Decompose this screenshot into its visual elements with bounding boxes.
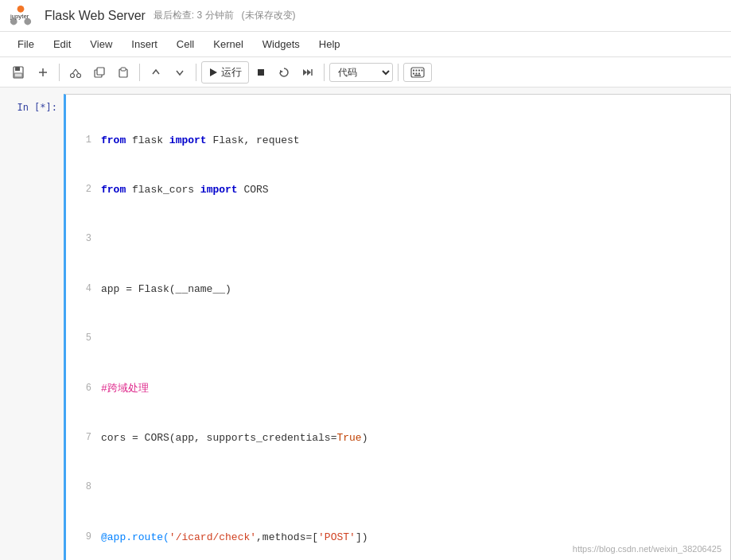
separator-4: [324, 64, 325, 81]
keyboard-icon: [410, 67, 425, 78]
move-up-button[interactable]: [145, 63, 167, 82]
run-icon: [208, 68, 218, 77]
plus-icon: [37, 67, 49, 78]
arrow-down-icon: [174, 67, 185, 78]
svg-marker-21: [307, 69, 311, 76]
svg-rect-24: [413, 69, 414, 71]
svg-point-9: [71, 73, 75, 77]
move-down-button[interactable]: [169, 63, 191, 82]
cell-1-code: 1from flask import Flask, request 2from …: [72, 99, 724, 560]
svg-text:jupyter: jupyter: [10, 12, 29, 19]
keyboard-button[interactable]: [403, 63, 432, 82]
copy-icon: [94, 67, 105, 78]
menu-view[interactable]: View: [82, 35, 120, 53]
copy-button[interactable]: [88, 63, 111, 82]
menu-widgets[interactable]: Widgets: [255, 35, 308, 53]
svg-marker-19: [280, 70, 283, 73]
run-label: 运行: [221, 65, 242, 80]
topbar: jupyter Flask Web Server 最后检查: 3 分钟前 (未保…: [0, 0, 731, 32]
menu-insert[interactable]: Insert: [123, 35, 165, 53]
arrow-up-icon: [150, 67, 161, 78]
svg-point-10: [77, 73, 81, 77]
svg-rect-5: [15, 67, 20, 71]
last-checkpoint: 最后检查: 3 分钟前 (未保存改变): [154, 9, 296, 22]
svg-point-0: [17, 5, 25, 12]
menu-file[interactable]: File: [10, 35, 42, 53]
scissors-icon: [70, 67, 81, 78]
paste-button[interactable]: [112, 63, 134, 82]
svg-marker-20: [303, 69, 307, 76]
svg-rect-28: [413, 72, 414, 74]
svg-rect-18: [258, 69, 264, 76]
stop-icon: [256, 68, 266, 77]
separator-1: [59, 64, 60, 81]
restart-button[interactable]: [273, 63, 295, 82]
jupyter-icon: jupyter: [10, 5, 32, 27]
cell-1: In [*]: 1from flask import Flask, reques…: [0, 94, 731, 560]
restart-icon: [278, 67, 290, 78]
code-line-8: 8: [72, 480, 724, 496]
menu-edit[interactable]: Edit: [45, 35, 79, 53]
jupyter-logo: jupyter: [10, 5, 32, 27]
save-icon: [12, 66, 25, 79]
fast-forward-button[interactable]: [297, 63, 319, 82]
run-button[interactable]: 运行: [201, 61, 249, 84]
cut-button[interactable]: [64, 63, 87, 82]
menu-kernel[interactable]: Kernel: [205, 35, 251, 53]
svg-line-11: [72, 69, 76, 74]
code-line-5: 5: [72, 331, 724, 348]
code-line-4: 4app = Flask(__name__): [72, 282, 724, 298]
svg-rect-27: [422, 69, 423, 71]
svg-rect-31: [414, 75, 421, 76]
cell-1-content[interactable]: 1from flask import Flask, request 2from …: [64, 94, 731, 560]
separator-3: [196, 64, 196, 81]
svg-rect-25: [416, 69, 418, 71]
svg-rect-30: [418, 72, 420, 74]
code-line-3: 3: [72, 231, 724, 248]
paste-icon: [118, 67, 129, 78]
watermark: https://blog.csdn.net/weixin_38206425: [573, 544, 721, 554]
code-line-1: 1from flask import Flask, request: [72, 133, 724, 150]
code-line-7: 7cors = CORS(app, supports_credentials=T…: [72, 430, 724, 447]
menubar: File Edit View Insert Cell Kernel Widget…: [0, 32, 731, 57]
svg-rect-6: [14, 73, 22, 77]
add-cell-button[interactable]: [32, 63, 54, 82]
menu-cell[interactable]: Cell: [169, 35, 202, 53]
save-button[interactable]: [6, 62, 30, 83]
fast-forward-icon: [302, 67, 313, 78]
menu-help[interactable]: Help: [311, 35, 348, 53]
svg-line-12: [76, 69, 79, 74]
notebook: In [*]: 1from flask import Flask, reques…: [0, 88, 731, 560]
toolbar: 运行 代码: [0, 57, 731, 88]
notebook-title: Flask Web Server: [45, 9, 146, 23]
separator-2: [139, 64, 140, 81]
svg-rect-26: [418, 69, 420, 71]
stop-button[interactable]: [251, 64, 271, 81]
code-line-6: 6#跨域处理: [72, 381, 724, 398]
cell-type-select[interactable]: 代码: [329, 63, 393, 82]
svg-rect-16: [121, 68, 126, 71]
svg-rect-29: [416, 72, 418, 74]
svg-rect-14: [97, 68, 104, 75]
separator-5: [398, 64, 399, 81]
svg-marker-17: [210, 68, 217, 76]
cell-1-prompt: In [*]:: [0, 94, 64, 560]
code-line-2: 2from flask_cors import CORS: [72, 182, 724, 199]
